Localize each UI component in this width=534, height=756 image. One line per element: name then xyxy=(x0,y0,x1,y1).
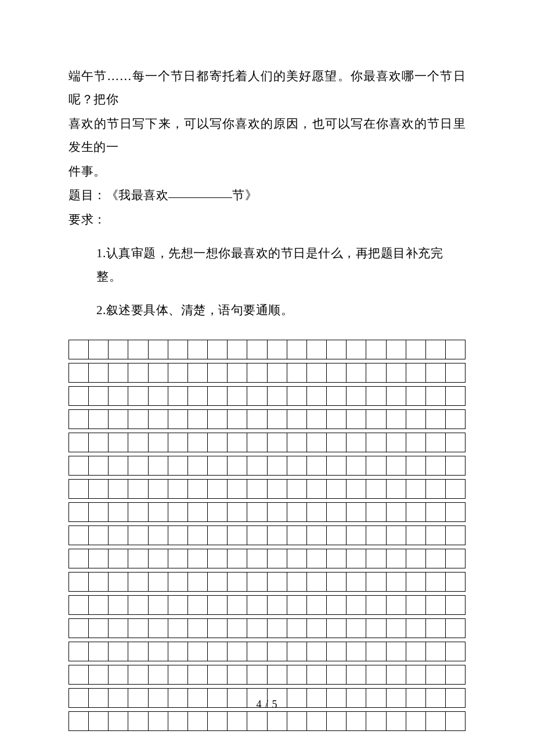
grid-cell[interactable] xyxy=(307,665,327,685)
grid-cell[interactable] xyxy=(426,711,446,731)
grid-cell[interactable] xyxy=(287,525,307,545)
grid-cell[interactable] xyxy=(149,642,168,661)
grid-cell[interactable] xyxy=(128,525,148,545)
grid-cell[interactable] xyxy=(327,386,347,406)
grid-cell[interactable] xyxy=(387,340,406,359)
grid-cell[interactable] xyxy=(366,665,386,685)
grid-cell[interactable] xyxy=(287,502,307,522)
grid-cell[interactable] xyxy=(247,525,267,545)
grid-cell[interactable] xyxy=(168,433,188,452)
grid-cell[interactable] xyxy=(426,363,446,383)
grid-cell[interactable] xyxy=(128,595,148,615)
grid-cell[interactable] xyxy=(268,363,287,383)
grid-cell[interactable] xyxy=(149,386,168,406)
grid-cell[interactable] xyxy=(128,456,148,476)
grid-cell[interactable] xyxy=(208,433,228,452)
grid-cell[interactable] xyxy=(387,549,406,568)
grid-cell[interactable] xyxy=(208,502,228,522)
grid-cell[interactable] xyxy=(406,642,426,661)
grid-cell[interactable] xyxy=(287,572,307,592)
grid-cell[interactable] xyxy=(446,409,466,429)
grid-cell[interactable] xyxy=(228,525,247,545)
grid-cell[interactable] xyxy=(168,525,188,545)
grid-cell[interactable] xyxy=(208,665,228,685)
grid-cell[interactable] xyxy=(366,595,386,615)
grid-cell[interactable] xyxy=(406,525,426,545)
grid-cell[interactable] xyxy=(168,642,188,661)
grid-cell[interactable] xyxy=(307,549,327,568)
grid-cell[interactable] xyxy=(68,711,89,731)
grid-cell[interactable] xyxy=(446,711,466,731)
grid-cell[interactable] xyxy=(247,711,267,731)
grid-cell[interactable] xyxy=(307,642,327,661)
grid-cell[interactable] xyxy=(387,456,406,476)
grid-cell[interactable] xyxy=(228,502,247,522)
grid-cell[interactable] xyxy=(149,525,168,545)
grid-cell[interactable] xyxy=(327,409,347,429)
grid-cell[interactable] xyxy=(168,363,188,383)
grid-cell[interactable] xyxy=(109,433,128,452)
grid-cell[interactable] xyxy=(208,618,228,638)
grid-cell[interactable] xyxy=(228,642,247,661)
grid-cell[interactable] xyxy=(347,409,366,429)
grid-cell[interactable] xyxy=(247,479,267,499)
grid-cell[interactable] xyxy=(366,572,386,592)
grid-cell[interactable] xyxy=(406,595,426,615)
grid-cell[interactable] xyxy=(228,479,247,499)
grid-cell[interactable] xyxy=(268,595,287,615)
grid-cell[interactable] xyxy=(109,595,128,615)
grid-cell[interactable] xyxy=(287,665,307,685)
grid-cell[interactable] xyxy=(366,456,386,476)
grid-cell[interactable] xyxy=(128,386,148,406)
grid-cell[interactable] xyxy=(387,363,406,383)
grid-cell[interactable] xyxy=(446,340,466,359)
grid-cell[interactable] xyxy=(387,595,406,615)
grid-cell[interactable] xyxy=(268,456,287,476)
grid-cell[interactable] xyxy=(149,433,168,452)
grid-cell[interactable] xyxy=(446,595,466,615)
grid-cell[interactable] xyxy=(128,479,148,499)
grid-cell[interactable] xyxy=(307,618,327,638)
grid-cell[interactable] xyxy=(366,433,386,452)
grid-cell[interactable] xyxy=(68,386,89,406)
grid-cell[interactable] xyxy=(426,525,446,545)
grid-cell[interactable] xyxy=(307,363,327,383)
grid-cell[interactable] xyxy=(188,549,208,568)
grid-cell[interactable] xyxy=(128,340,148,359)
grid-cell[interactable] xyxy=(406,549,426,568)
grid-cell[interactable] xyxy=(128,409,148,429)
grid-cell[interactable] xyxy=(149,363,168,383)
grid-cell[interactable] xyxy=(208,525,228,545)
grid-cell[interactable] xyxy=(327,456,347,476)
grid-cell[interactable] xyxy=(228,549,247,568)
grid-cell[interactable] xyxy=(89,525,109,545)
grid-cell[interactable] xyxy=(168,572,188,592)
grid-cell[interactable] xyxy=(347,340,366,359)
grid-cell[interactable] xyxy=(406,665,426,685)
grid-cell[interactable] xyxy=(208,409,228,429)
grid-cell[interactable] xyxy=(366,711,386,731)
grid-cell[interactable] xyxy=(228,409,247,429)
grid-cell[interactable] xyxy=(387,525,406,545)
grid-cell[interactable] xyxy=(109,572,128,592)
grid-cell[interactable] xyxy=(347,711,366,731)
grid-cell[interactable] xyxy=(208,479,228,499)
grid-cell[interactable] xyxy=(89,433,109,452)
grid-cell[interactable] xyxy=(68,479,89,499)
grid-cell[interactable] xyxy=(149,502,168,522)
grid-cell[interactable] xyxy=(426,618,446,638)
grid-cell[interactable] xyxy=(268,386,287,406)
grid-cell[interactable] xyxy=(228,618,247,638)
grid-cell[interactable] xyxy=(208,595,228,615)
grid-cell[interactable] xyxy=(446,642,466,661)
grid-cell[interactable] xyxy=(327,572,347,592)
grid-cell[interactable] xyxy=(188,642,208,661)
grid-cell[interactable] xyxy=(247,665,267,685)
grid-cell[interactable] xyxy=(287,433,307,452)
grid-cell[interactable] xyxy=(188,572,208,592)
grid-cell[interactable] xyxy=(188,433,208,452)
grid-cell[interactable] xyxy=(426,386,446,406)
grid-cell[interactable] xyxy=(109,665,128,685)
grid-cell[interactable] xyxy=(307,340,327,359)
grid-cell[interactable] xyxy=(347,386,366,406)
